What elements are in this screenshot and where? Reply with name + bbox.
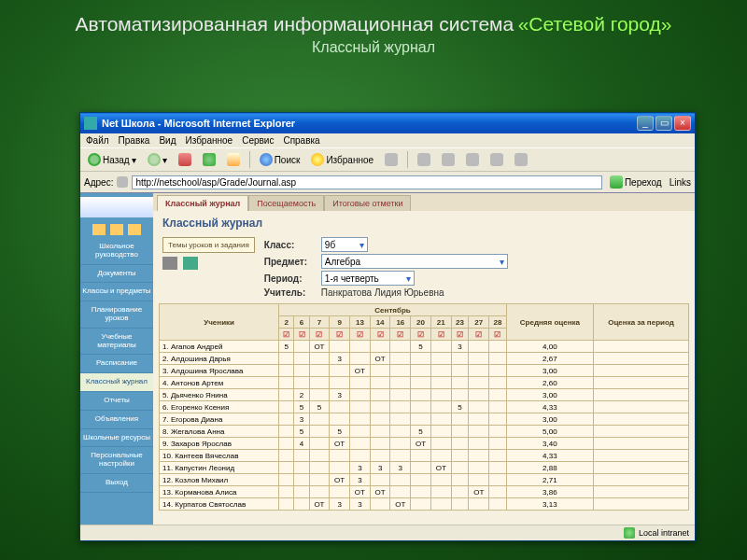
period-cell[interactable] — [594, 341, 689, 353]
grade-cell[interactable] — [430, 341, 451, 353]
discuss-button[interactable] — [486, 151, 507, 168]
grade-cell[interactable] — [451, 413, 469, 426]
mail-icon[interactable] — [92, 224, 106, 235]
grade-cell[interactable] — [430, 498, 451, 511]
grade-cell[interactable]: 5 — [309, 401, 330, 413]
grade-cell[interactable] — [279, 377, 294, 389]
sidebar-item[interactable]: Расписание — [80, 355, 153, 373]
grade-cell[interactable] — [330, 401, 350, 413]
grade-cell[interactable] — [350, 389, 371, 401]
grade-cell[interactable] — [390, 341, 411, 353]
refresh-button[interactable] — [199, 151, 219, 168]
grade-cell[interactable] — [489, 462, 507, 474]
grade-cell[interactable] — [469, 401, 489, 413]
grade-cell[interactable] — [279, 438, 294, 450]
grade-cell[interactable] — [469, 353, 489, 365]
grade-cell[interactable] — [350, 450, 371, 462]
grade-cell[interactable] — [350, 353, 371, 365]
menu-edit[interactable]: Правка — [119, 135, 150, 146]
day-checkbox[interactable]: ☑ — [451, 329, 469, 341]
grade-cell[interactable] — [489, 498, 507, 511]
menu-view[interactable]: Вид — [159, 135, 176, 146]
links-label[interactable]: Links — [669, 177, 691, 188]
grade-cell[interactable] — [350, 426, 371, 438]
grade-cell[interactable]: 3 — [350, 474, 371, 486]
tab-attendance[interactable]: Посещаемость — [248, 195, 324, 211]
grade-cell[interactable] — [370, 438, 390, 450]
sidebar-item[interactable]: Объявления — [80, 411, 153, 429]
go-button[interactable]: Переход — [606, 174, 666, 190]
grade-cell[interactable]: 5 — [294, 426, 309, 438]
day-checkbox[interactable]: ☑ — [469, 329, 489, 341]
grade-cell[interactable] — [451, 498, 469, 511]
subject-select[interactable]: Алгебра ▾ — [321, 254, 508, 269]
msgr-button[interactable] — [511, 151, 531, 168]
day-checkbox[interactable]: ☑ — [330, 329, 350, 341]
grade-cell[interactable]: 3 — [370, 462, 390, 474]
grade-cell[interactable]: 5 — [451, 401, 469, 413]
back-button[interactable]: Назад ▾ — [84, 151, 140, 168]
grade-cell[interactable] — [489, 341, 507, 353]
grade-cell[interactable] — [469, 462, 489, 474]
grade-cell[interactable] — [411, 498, 431, 511]
grade-cell[interactable] — [411, 486, 431, 498]
grade-cell[interactable]: 3 — [451, 341, 469, 353]
export-icon[interactable] — [183, 257, 198, 270]
grade-cell[interactable] — [370, 498, 390, 511]
grade-cell[interactable] — [451, 389, 469, 401]
grade-cell[interactable] — [469, 377, 489, 389]
day-checkbox[interactable]: ☑ — [370, 329, 390, 341]
mail-button[interactable] — [414, 151, 434, 168]
grade-cell[interactable] — [411, 413, 431, 426]
grade-cell[interactable]: 3 — [330, 353, 350, 365]
grade-cell[interactable] — [469, 413, 489, 426]
grade-cell[interactable] — [390, 450, 411, 462]
grade-cell[interactable] — [390, 474, 411, 486]
grade-cell[interactable] — [294, 365, 309, 377]
grade-cell[interactable] — [294, 353, 309, 365]
grade-cell[interactable] — [430, 377, 451, 389]
grade-cell[interactable] — [350, 341, 371, 353]
grade-cell[interactable] — [469, 498, 489, 511]
grade-cell[interactable] — [489, 401, 507, 413]
grade-cell[interactable]: 3 — [330, 498, 350, 511]
grade-cell[interactable] — [489, 450, 507, 462]
grade-cell[interactable] — [390, 389, 411, 401]
grade-cell[interactable]: ОТ — [430, 462, 451, 474]
grade-cell[interactable] — [330, 365, 350, 377]
sidebar-item[interactable]: Школьные ресурсы — [80, 429, 153, 448]
grade-cell[interactable] — [411, 389, 431, 401]
print-button[interactable] — [438, 151, 458, 168]
grade-cell[interactable] — [430, 438, 451, 450]
menu-tools[interactable]: Сервис — [242, 135, 274, 146]
grade-cell[interactable] — [279, 498, 294, 511]
period-cell[interactable] — [594, 377, 689, 389]
grade-cell[interactable] — [370, 377, 390, 389]
grade-cell[interactable] — [279, 462, 294, 474]
sidebar-item[interactable]: Документы — [80, 265, 153, 284]
grade-cell[interactable]: 5 — [279, 341, 294, 353]
grade-cell[interactable] — [469, 365, 489, 377]
grade-cell[interactable] — [279, 365, 294, 377]
grade-cell[interactable] — [309, 353, 330, 365]
period-cell[interactable] — [594, 474, 689, 486]
grade-cell[interactable] — [294, 341, 309, 353]
grade-cell[interactable] — [294, 498, 309, 511]
history-button[interactable] — [381, 151, 402, 168]
grade-cell[interactable] — [430, 426, 451, 438]
period-cell[interactable] — [594, 450, 689, 462]
period-cell[interactable] — [594, 426, 689, 438]
sidebar-item[interactable]: Классный журнал — [80, 373, 153, 392]
grade-cell[interactable] — [279, 486, 294, 498]
grade-cell[interactable] — [350, 413, 371, 426]
menu-file[interactable]: Файл — [86, 135, 109, 146]
grade-cell[interactable]: ОТ — [370, 353, 390, 365]
grade-cell[interactable] — [279, 389, 294, 401]
calendar-icon[interactable] — [110, 224, 123, 235]
grade-cell[interactable]: 3 — [350, 498, 371, 511]
grade-cell[interactable] — [279, 413, 294, 426]
grade-cell[interactable] — [411, 474, 431, 486]
grade-cell[interactable] — [370, 365, 390, 377]
edit-button[interactable] — [462, 151, 483, 168]
grade-cell[interactable] — [390, 401, 411, 413]
